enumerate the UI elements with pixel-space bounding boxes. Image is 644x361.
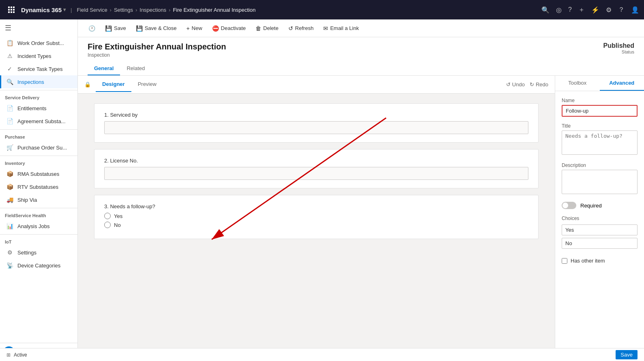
form-tabs: General Related: [88, 62, 634, 75]
help-icon[interactable]: ？: [618, 6, 625, 14]
sub-tab-bar: 🔒 Designer Preview ↺ Undo ↻ Redo: [78, 76, 555, 94]
refresh-button[interactable]: ↺ Refresh: [284, 23, 318, 34]
field-group-name: Name: [562, 98, 638, 117]
question-1-label: 1. Serviced by: [104, 112, 528, 118]
nav-separator: |: [71, 7, 72, 13]
top-nav-actions: 🔍 ◎ ? ＋ ⚡ ⚙ ？ 👤: [541, 6, 639, 14]
tab-designer[interactable]: Designer: [96, 77, 131, 92]
sidebar-item-settings[interactable]: ⚙ Settings: [0, 246, 77, 259]
sidebar-item[interactable]: ✓ Service Task Types: [0, 62, 77, 75]
sidebar-item-analysis[interactable]: 📊 Analysis Jobs: [0, 220, 77, 233]
sidebar-item[interactable]: 📋 Work Order Subst...: [0, 36, 77, 49]
question-2-input[interactable]: [104, 167, 528, 180]
sidebar-item-purchase[interactable]: 🛒 Purchase Order Su...: [0, 141, 77, 154]
sidebar-divider: [0, 234, 77, 235]
sidebar-item-rma[interactable]: 📦 RMA Substatuses: [0, 167, 77, 180]
section-header-fieldservice-health[interactable]: FieldService Health: [0, 210, 77, 220]
tab-general[interactable]: General: [88, 62, 120, 75]
sidebar-label: Device Categories: [17, 263, 60, 269]
sidebar-item[interactable]: ⚠ Incident Types: [0, 49, 77, 62]
section-header-service-delivery[interactable]: Service Delivery: [0, 92, 77, 102]
designer-area: 🔒 Designer Preview ↺ Undo ↻ Redo 1. Serv…: [78, 76, 644, 361]
name-field-label: Name: [562, 98, 638, 103]
user-icon[interactable]: 👤: [631, 6, 639, 14]
description-field-input[interactable]: [562, 170, 638, 194]
main-content: 🕐 💾 Save 💾 Save & Close + New ⛔ Deactiva…: [78, 19, 644, 361]
choice-no-input[interactable]: [562, 238, 638, 249]
sidebar-item-device-categories[interactable]: 📡 Device Categories: [0, 259, 77, 272]
section-header-purchase[interactable]: Purchase: [0, 131, 77, 141]
status-bar-save-button[interactable]: Save: [616, 350, 638, 359]
sidebar-label: Ship Via: [17, 197, 37, 203]
title-field-input[interactable]: [562, 130, 638, 155]
sidebar-divider: [0, 208, 77, 208]
deactivate-button[interactable]: ⛔ Deactivate: [208, 23, 250, 34]
redo-button[interactable]: ↻ Redo: [530, 81, 548, 88]
has-other-item-checkbox[interactable]: [562, 258, 567, 264]
rma-icon: 📦: [6, 171, 13, 177]
question-icon[interactable]: ?: [568, 6, 572, 13]
new-button[interactable]: + New: [182, 23, 206, 34]
sidebar-label: Work Order Subst...: [17, 40, 64, 46]
purchase-icon: 🛒: [6, 144, 13, 151]
required-toggle[interactable]: [562, 202, 576, 209]
sidebar-divider: [0, 90, 77, 90]
target-icon[interactable]: ◎: [556, 6, 562, 14]
app-name[interactable]: Dynamics 365 ▾: [21, 6, 66, 13]
filter-icon[interactable]: ⚡: [591, 6, 599, 14]
form-title: Fire Extinguisher Annual Inspection: [88, 42, 226, 51]
analysis-icon: 📊: [6, 223, 13, 229]
plus-icon[interactable]: ＋: [578, 6, 585, 14]
choice-yes-input[interactable]: [562, 224, 638, 235]
sidebar: ☰ 📋 Work Order Subst... ⚠ Incident Types…: [0, 19, 78, 361]
sidebar-label: Agreement Substa...: [17, 118, 66, 124]
top-navigation: Dynamics 365 ▾ | Field Service › Setting…: [0, 0, 644, 19]
sidebar-label: Incident Types: [17, 53, 52, 59]
search-icon[interactable]: 🔍: [541, 6, 550, 14]
toolbox-tab-toolbox[interactable]: Toolbox: [555, 76, 600, 91]
question-3-label: 3. Needs a follow-up?: [104, 203, 528, 209]
status-active-label: Active: [14, 352, 27, 358]
delete-icon: 🗑: [255, 25, 261, 32]
settings-icon: ⚙: [6, 249, 13, 256]
tab-preview[interactable]: Preview: [131, 77, 163, 92]
save-close-button[interactable]: 💾 Save & Close: [132, 23, 181, 34]
name-field-input[interactable]: [562, 105, 638, 117]
breadcrumb-inspections[interactable]: Inspections: [140, 7, 166, 13]
entitlements-icon: 📄: [6, 105, 13, 111]
radio-yes-input[interactable]: [104, 213, 111, 219]
sidebar-divider: [0, 156, 77, 156]
main-layout: ☰ 📋 Work Order Subst... ⚠ Incident Types…: [0, 19, 644, 361]
question-1-input[interactable]: [104, 121, 528, 134]
sidebar-item-ship-via[interactable]: 🚚 Ship Via: [0, 193, 77, 206]
tab-related[interactable]: Related: [120, 62, 151, 75]
choices-section: Choices: [562, 216, 638, 251]
waffle-menu[interactable]: [5, 3, 18, 16]
designer-canvas-wrapper: 🔒 Designer Preview ↺ Undo ↻ Redo 1. Serv…: [78, 76, 555, 361]
gear-icon[interactable]: ⚙: [606, 6, 612, 14]
sidebar-label: Analysis Jobs: [17, 223, 49, 229]
undo-button[interactable]: ↺ Undo: [506, 81, 525, 88]
question-block-1: 1. Serviced by: [94, 103, 539, 143]
breadcrumb-field-service[interactable]: Field Service: [77, 7, 107, 13]
email-link-button[interactable]: ✉ Email a Link: [319, 23, 363, 34]
sidebar-toggle[interactable]: ☰: [0, 19, 77, 36]
device-categories-icon: 📡: [6, 262, 13, 269]
delete-button[interactable]: 🗑 Delete: [251, 23, 283, 34]
sidebar-item-agreement[interactable]: 📄 Agreement Substa...: [0, 115, 77, 128]
history-button[interactable]: 🕐: [84, 23, 99, 34]
section-header-inventory[interactable]: Inventory: [0, 158, 77, 167]
sidebar-item-rtv[interactable]: 📦 RTV Substatuses: [0, 180, 77, 193]
section-header-iot[interactable]: IoT: [0, 236, 77, 246]
toolbox-tab-advanced[interactable]: Advanced: [600, 76, 644, 91]
sidebar-item-entitlements[interactable]: 📄 Entitlements: [0, 102, 77, 115]
work-order-icon: 📋: [6, 40, 13, 46]
form-status: Published Status: [603, 42, 634, 54]
breadcrumb-settings[interactable]: Settings: [114, 7, 133, 13]
field-group-title: Title: [562, 123, 638, 156]
sidebar-label: Settings: [17, 250, 36, 256]
sidebar-item-inspections[interactable]: 🔍 Inspections: [0, 75, 77, 88]
radio-yes-label: Yes: [114, 213, 122, 219]
save-button[interactable]: 💾 Save: [101, 23, 130, 34]
radio-no-input[interactable]: [104, 222, 111, 228]
